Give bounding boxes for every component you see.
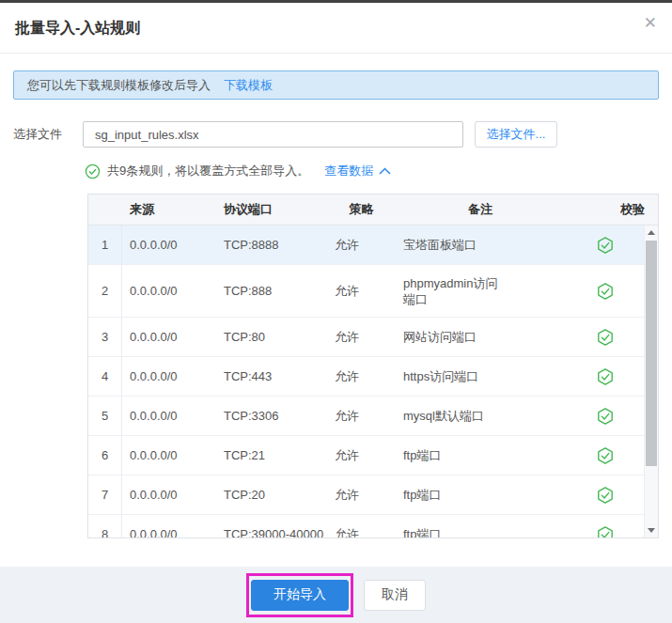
row-index: 8	[88, 515, 122, 537]
close-icon[interactable]: ✕	[644, 15, 657, 31]
status-message: 共9条规则，将以覆盖方式全部导入。	[107, 163, 309, 179]
header-source: 来源	[122, 201, 216, 218]
row-source: 0.0.0.0/0	[122, 397, 216, 435]
check-badge-icon	[596, 407, 615, 426]
row-check-cell	[565, 265, 646, 317]
table-body: 1 0.0.0.0/0 TCP:8888 允许 宝塔面板端口 2 0.0.0.0…	[88, 226, 658, 537]
file-select-row: 选择文件 选择文件...	[13, 121, 672, 148]
file-select-label: 选择文件	[13, 126, 83, 143]
batch-import-dialog: 批量导入-入站规则 ✕ 您可以先下载规则模板修改后导入 下载模板 选择文件 选择…	[0, 0, 672, 623]
header-policy: 策略	[327, 201, 396, 218]
table-rows: 1 0.0.0.0/0 TCP:8888 允许 宝塔面板端口 2 0.0.0.0…	[88, 226, 646, 537]
row-index: 5	[88, 397, 122, 435]
table-row[interactable]: 4 0.0.0.0/0 TCP:443 允许 https访问端口	[88, 357, 646, 397]
table-row[interactable]: 7 0.0.0.0/0 TCP:20 允许 ftp端口	[88, 475, 646, 515]
row-protocol-port: TCP:80	[216, 318, 327, 356]
table-row[interactable]: 5 0.0.0.0/0 TCP:3306 允许 mysql默认端口	[88, 397, 646, 436]
import-status-row: 共9条规则，将以覆盖方式全部导入。 查看数据	[85, 163, 672, 179]
table-row[interactable]: 3 0.0.0.0/0 TCP:80 允许 网站访问端口	[88, 318, 646, 357]
row-remark: https访问端口	[396, 357, 565, 396]
download-template-link[interactable]: 下载模板	[224, 77, 273, 94]
row-index: 7	[88, 475, 122, 514]
row-policy: 允许	[327, 357, 396, 396]
check-badge-icon	[596, 236, 615, 255]
row-protocol-port: TCP:443	[216, 357, 327, 396]
banner-text: 您可以先下载规则模板修改后导入	[27, 77, 211, 94]
check-badge-icon	[596, 282, 615, 301]
row-check-cell	[565, 475, 646, 514]
start-import-button[interactable]: 开始导入	[251, 580, 349, 611]
check-badge-icon	[596, 367, 615, 386]
row-policy: 允许	[327, 475, 396, 514]
success-check-icon	[85, 164, 101, 179]
row-source: 0.0.0.0/0	[122, 265, 216, 317]
row-check-cell	[565, 318, 646, 356]
row-policy: 允许	[327, 515, 396, 537]
row-source: 0.0.0.0/0	[122, 515, 216, 537]
row-source: 0.0.0.0/0	[122, 226, 216, 264]
row-remark: ftp端口	[396, 475, 565, 514]
check-badge-icon	[596, 328, 615, 347]
row-index: 3	[88, 318, 122, 356]
row-check-cell	[565, 397, 646, 435]
row-check-cell	[565, 515, 646, 537]
table-header-row: 来源 协议端口 策略 备注 校验	[88, 195, 658, 226]
header-check: 校验	[565, 201, 658, 218]
scroll-down-icon[interactable]	[645, 523, 658, 537]
browse-file-button[interactable]: 选择文件...	[475, 121, 557, 148]
row-protocol-port: TCP:888	[216, 265, 327, 317]
row-policy: 允许	[327, 436, 396, 475]
row-check-cell	[565, 436, 646, 475]
annotation-highlight: 开始导入	[246, 573, 353, 617]
row-protocol-port: TCP:8888	[216, 226, 327, 264]
scroll-up-icon[interactable]	[645, 226, 658, 240]
row-source: 0.0.0.0/0	[122, 357, 216, 396]
row-source: 0.0.0.0/0	[122, 475, 216, 514]
header-protocol-port: 协议端口	[216, 201, 327, 218]
row-remark: ftp端口	[396, 436, 565, 475]
row-policy: 允许	[327, 397, 396, 435]
table-row[interactable]: 1 0.0.0.0/0 TCP:8888 允许 宝塔面板端口	[88, 226, 646, 265]
check-badge-icon	[596, 525, 615, 538]
chevron-up-icon	[379, 167, 391, 175]
scrollbar-thumb[interactable]	[646, 241, 657, 466]
table-row[interactable]: 6 0.0.0.0/0 TCP:21 允许 ftp端口	[88, 436, 646, 475]
dialog-footer: 开始导入 取消	[0, 567, 672, 623]
row-policy: 允许	[327, 265, 396, 317]
view-data-label: 查看数据	[324, 163, 373, 179]
table-row[interactable]: 8 0.0.0.0/0 TCP:39000-40000 允许 ftp端口	[88, 515, 646, 537]
dialog-header: 批量导入-入站规则 ✕	[0, 3, 672, 54]
row-source: 0.0.0.0/0	[122, 318, 216, 356]
template-hint-banner: 您可以先下载规则模板修改后导入 下载模板	[13, 70, 659, 100]
row-protocol-port: TCP:3306	[216, 397, 327, 435]
row-remark: 宝塔面板端口	[396, 226, 565, 264]
row-index: 1	[88, 226, 122, 264]
row-index: 2	[88, 265, 122, 317]
row-remark: phpmyadmin访问端口	[396, 265, 565, 317]
cancel-button[interactable]: 取消	[364, 580, 426, 611]
table-scrollbar[interactable]	[644, 226, 658, 537]
row-index: 4	[88, 357, 122, 396]
row-source: 0.0.0.0/0	[122, 436, 216, 475]
rules-preview-table: 来源 协议端口 策略 备注 校验 1 0.0.0.0/0 TCP:8888 允许…	[87, 194, 659, 538]
row-policy: 允许	[327, 226, 396, 264]
row-protocol-port: TCP:39000-40000	[216, 515, 327, 537]
row-check-cell	[565, 226, 646, 264]
check-badge-icon	[596, 446, 615, 465]
view-data-link[interactable]: 查看数据	[324, 163, 391, 179]
row-remark: 网站访问端口	[396, 318, 565, 356]
file-name-input[interactable]	[83, 121, 463, 148]
row-remark: ftp端口	[396, 515, 565, 537]
dialog-title: 批量导入-入站规则	[15, 20, 140, 36]
check-badge-icon	[596, 486, 615, 505]
row-index: 6	[88, 436, 122, 475]
row-protocol-port: TCP:20	[216, 475, 327, 514]
row-protocol-port: TCP:21	[216, 436, 327, 475]
row-check-cell	[565, 357, 646, 396]
table-row[interactable]: 2 0.0.0.0/0 TCP:888 允许 phpmyadmin访问端口	[88, 265, 646, 318]
row-policy: 允许	[327, 318, 396, 356]
row-remark: mysql默认端口	[396, 397, 565, 435]
header-remark: 备注	[396, 201, 565, 218]
